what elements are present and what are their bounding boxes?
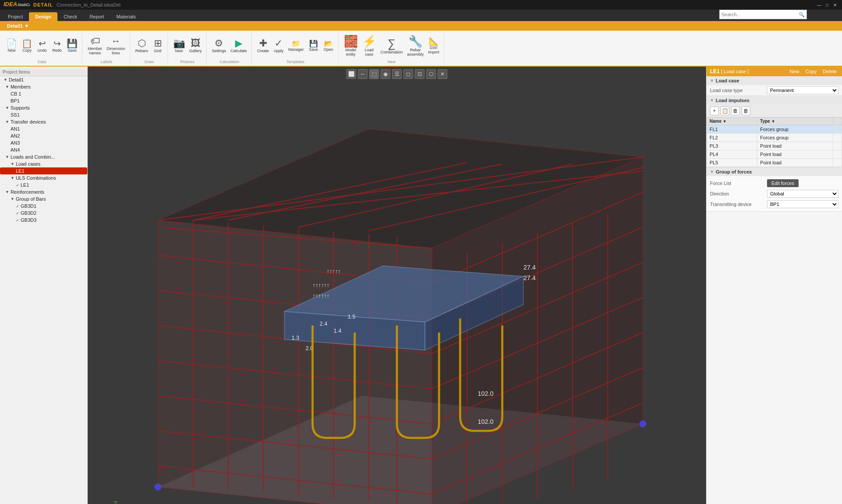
gallery-button[interactable]: 🖼 Gallery xyxy=(188,37,204,54)
tree-loadcases-section[interactable]: ▼ Load cases xyxy=(0,160,87,167)
copy-impulse-button[interactable]: 📋 xyxy=(721,106,729,115)
member-names-button[interactable]: 🏷 Membernames xyxy=(86,35,104,57)
rp-header-context: [ Load case ] xyxy=(721,69,749,74)
rebar-assembly-button[interactable]: 🔧 Rebarassembly xyxy=(405,34,425,58)
table-row[interactable]: PL5 Point load xyxy=(707,159,842,167)
search-bar[interactable]: 🔍 xyxy=(719,10,807,19)
save-button[interactable]: 💾 Save xyxy=(65,37,79,54)
undo-button[interactable]: ↩ Undo xyxy=(35,37,49,54)
tree-item-an3[interactable]: AN3 xyxy=(0,139,87,146)
tree-uls-section[interactable]: ▼ ULS Combinations xyxy=(0,174,87,181)
uls-le1-check: ✓ xyxy=(16,183,19,188)
table-row[interactable]: PL4 Point load xyxy=(707,150,842,159)
new-label: New xyxy=(7,49,15,53)
copy-icon: 📋 xyxy=(21,38,32,49)
tree-item-le1-selected[interactable]: LE1 xyxy=(0,167,87,174)
tree-item-gb3d2[interactable]: ✓ GB3D2 xyxy=(0,209,87,217)
vp-view-button[interactable]: ⬚ xyxy=(369,69,379,79)
rebars-button[interactable]: ⬡ Rebars xyxy=(134,37,150,54)
new-button[interactable]: 📄 New xyxy=(4,37,19,54)
ribbon-group-pictures: 📷 New 🖼 Gallery Pictures xyxy=(169,32,207,65)
tree-item-gb3d3[interactable]: ✓ GB3D3 xyxy=(0,217,87,224)
apply-template-icon: ✓ xyxy=(275,38,282,49)
settings-button[interactable]: ⚙ Settings xyxy=(210,37,228,54)
gallery-icon: 🖼 xyxy=(191,38,200,49)
vp-hex-button[interactable]: ⬡ xyxy=(426,69,436,79)
tree-transfer-section[interactable]: ▼ Transfer devices xyxy=(0,118,87,125)
tree-members-section[interactable]: ▼ Members xyxy=(0,83,87,90)
tree-root-detail1[interactable]: ▼ Detail1 xyxy=(0,76,87,83)
transmitting-device-select[interactable]: BP1 xyxy=(767,200,838,208)
tab-check[interactable]: Check xyxy=(57,12,83,21)
manager-button[interactable]: 📁 Manager xyxy=(286,39,306,53)
vp-section-button[interactable]: ◻ xyxy=(403,69,413,79)
viewport[interactable]: ⬜ ↔ ⬚ ◉ ☰ ◻ ⊡ ⬡ ✕ xyxy=(88,67,706,504)
tree-reinforcements-section[interactable]: ▼ Reinforcements xyxy=(0,188,87,195)
dimension-lines-button[interactable]: ↔ Dimensionlines xyxy=(105,35,127,57)
vp-wire-button[interactable]: ☰ xyxy=(392,69,402,79)
tab-report[interactable]: Report xyxy=(83,12,110,21)
vp-solid-button[interactable]: ◉ xyxy=(381,69,390,79)
tree-item-bp1[interactable]: BP1 xyxy=(0,97,87,104)
dxf-import-button[interactable]: 📐 DXFImport xyxy=(426,35,441,56)
load-case-section-header[interactable]: ▼ Load case xyxy=(706,76,842,85)
tree-item-an1[interactable]: AN1 xyxy=(0,125,87,132)
close-button[interactable]: ✕ xyxy=(831,2,838,8)
create-template-button[interactable]: ✚ Create xyxy=(255,37,271,54)
load-case-type-value[interactable]: Permanent xyxy=(767,86,838,94)
tab-design[interactable]: Design xyxy=(29,12,57,21)
table-row[interactable]: PL3 Point load xyxy=(707,142,842,150)
vp-frame-button[interactable]: ⬜ xyxy=(346,69,356,79)
maximize-button[interactable]: □ xyxy=(824,2,831,8)
an4-label: AN4 xyxy=(11,147,20,153)
add-impulse-button[interactable]: + xyxy=(710,106,719,115)
tree-item-gb3d1[interactable]: ✓ GB3D1 xyxy=(0,202,87,209)
filter-type-icon[interactable]: ▼ xyxy=(771,119,775,124)
new-icon: 📄 xyxy=(6,38,17,49)
cell-name-pl5: PL5 xyxy=(707,159,757,167)
rp-new-button[interactable]: New xyxy=(788,68,801,75)
load-case-type-row: Load case type Permanent xyxy=(706,85,842,96)
load-case-button[interactable]: ⚡ Loadcase xyxy=(360,34,378,58)
rp-delete-button[interactable]: Delete xyxy=(821,68,838,75)
combination-button[interactable]: ∑ Combination xyxy=(379,36,405,56)
open-template-button[interactable]: 📂 Open xyxy=(321,39,335,53)
new-picture-button[interactable]: 📷 New xyxy=(171,37,187,54)
edit-forces-button[interactable]: Edit forces xyxy=(767,179,799,187)
tree-loads-section[interactable]: ▼ Loads and Combin... xyxy=(0,153,87,160)
tree-item-an2[interactable]: AN2 xyxy=(0,132,87,139)
grid-button[interactable]: ⊞ Grid xyxy=(151,37,165,54)
load-impulses-header[interactable]: ▼ Load impulses xyxy=(706,96,842,105)
minimize-button[interactable]: — xyxy=(816,2,823,8)
delete-all-impulse-button[interactable]: 🗑 xyxy=(742,106,750,115)
tree-groupbars-section[interactable]: ▼ Group of Bars xyxy=(0,195,87,202)
save-template-button[interactable]: 💾 Save xyxy=(307,39,321,53)
direction-select[interactable]: Global xyxy=(767,190,838,198)
table-row[interactable]: FL2 Forces group xyxy=(707,134,842,142)
tree-item-an4[interactable]: AN4 xyxy=(0,146,87,153)
model-entity-button[interactable]: 🧱 Modelentity xyxy=(342,34,360,58)
detail-badge[interactable]: Detail1 ▼ xyxy=(4,22,32,29)
rp-copy-button[interactable]: Copy xyxy=(804,68,819,75)
filter-name-icon[interactable]: ▼ xyxy=(723,119,727,124)
tree-supports-section[interactable]: ▼ Supports xyxy=(0,104,87,111)
search-input[interactable] xyxy=(721,12,799,17)
redo-button[interactable]: ↪ Redo xyxy=(50,37,64,54)
copy-button[interactable]: 📋 Copy xyxy=(20,37,34,54)
load-case-type-select[interactable]: Permanent xyxy=(767,86,838,94)
delete-impulse-button[interactable]: 🗑 xyxy=(731,106,740,115)
calculate-button[interactable]: ▶ Calculate xyxy=(229,37,249,54)
table-row[interactable]: FL1 Forces group xyxy=(707,125,842,134)
titlebar-controls[interactable]: — □ ✕ xyxy=(816,2,838,8)
tree-item-ss1[interactable]: SS1 xyxy=(0,111,87,118)
group-forces-content: Force List Edit forces Direction Global … xyxy=(706,176,842,211)
vp-rotate-button[interactable]: ↔ xyxy=(358,69,367,79)
apply-template-button[interactable]: ✓ Apply xyxy=(271,37,285,54)
group-forces-header[interactable]: ▼ Group of forces xyxy=(706,167,842,176)
tab-project[interactable]: Project xyxy=(2,12,29,21)
vp-close-button[interactable]: ✕ xyxy=(438,69,447,79)
vp-measure-button[interactable]: ⊡ xyxy=(415,69,425,79)
tree-item-cb1[interactable]: CB 1 xyxy=(0,90,87,97)
tree-item-uls-le1[interactable]: ✓ LE1 xyxy=(0,181,87,188)
tab-materials[interactable]: Materials xyxy=(110,12,142,21)
